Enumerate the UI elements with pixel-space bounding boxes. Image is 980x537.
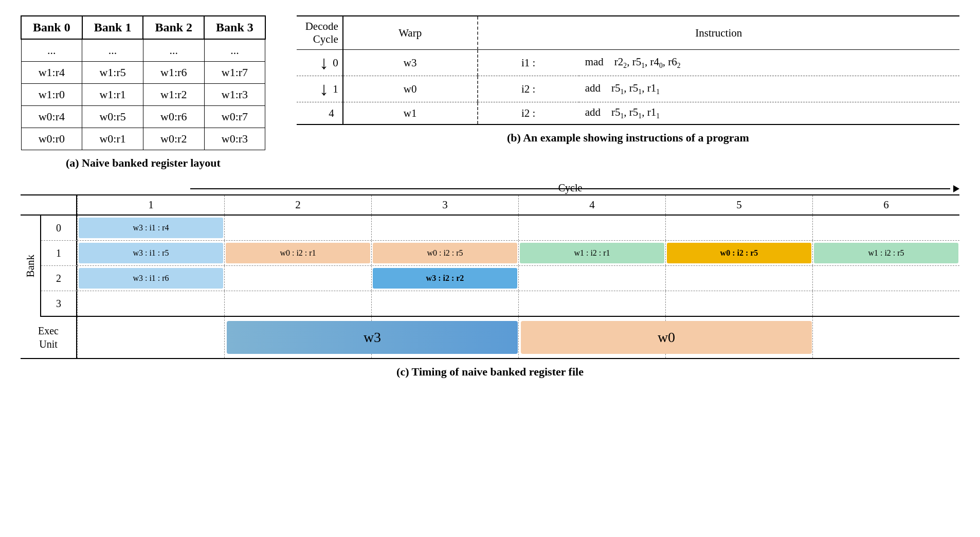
- cell: w0:r4: [21, 106, 82, 128]
- bank2-col1: w3 : i1 : r6: [77, 266, 224, 291]
- bank-rows: 0 w3 : i1 : r4 1: [41, 216, 959, 317]
- cell: w0:r2: [143, 128, 204, 150]
- bank0-header: Bank 0: [21, 16, 82, 39]
- cell: w0:r5: [82, 106, 143, 128]
- bank1-col2: w0 : i2 : r1: [224, 241, 371, 265]
- decode-table: DecodeCycle Warp Instruction ↓ 0: [297, 15, 959, 125]
- bank2-col3: w3 : i2 : r2: [371, 266, 518, 291]
- decode-cycle-label: DecodeCycle: [297, 16, 343, 50]
- part-c: Cycle 1 2 3 4 5 6 Bank: [21, 185, 959, 379]
- table-row: ... ... ... ...: [21, 39, 265, 62]
- cell: w0:r3: [204, 128, 265, 150]
- table-row: w0:r0 w0:r1 w0:r2 w0:r3: [21, 128, 265, 150]
- bank0-col1: w3 : i1 : r4: [77, 216, 224, 240]
- cell: w1:r2: [143, 84, 204, 106]
- bank-label-3: 3: [41, 291, 77, 316]
- decode-row-0: ↓ 0 w3 i1 : mad r22, r51, r40, r62: [297, 50, 959, 76]
- header-spacer: [21, 195, 77, 214]
- bank-vertical-label: Bank: [21, 216, 41, 317]
- bank2-header: Bank 2: [143, 16, 204, 39]
- cycle-num-1: 1: [333, 83, 338, 96]
- bank1-col4: w1 : i2 : r1: [518, 241, 665, 265]
- decode-row-1: ↓ 1 w0 i2 : add r51, r51, r11: [297, 76, 959, 102]
- bank3-col6: [812, 291, 959, 316]
- cell: w1:r6: [143, 62, 204, 84]
- decode-header-row: DecodeCycle Warp Instruction: [297, 16, 959, 50]
- op-operands-4: add r51, r51, r11: [579, 102, 959, 125]
- bank-2-cells: w3 : i1 : r6 w3 : i2 : r2: [77, 266, 959, 291]
- bank-row-3: 3: [41, 291, 959, 317]
- bank0-col6: [812, 216, 959, 240]
- bank-0-cells: w3 : i1 : r4: [77, 216, 959, 240]
- bank0-col4: [518, 216, 665, 240]
- cycle-num-0: 0: [333, 57, 338, 69]
- table-row: w0:r4 w0:r5 w0:r6 w0:r7: [21, 106, 265, 128]
- cell: ...: [204, 39, 265, 62]
- cycle-6: 6: [812, 195, 959, 214]
- bank-header-row: Bank 0 Bank 1 Bank 2 Bank 3: [21, 16, 265, 39]
- cell: ...: [82, 39, 143, 62]
- cycle-2: 2: [224, 195, 371, 214]
- bank2-col6: [812, 266, 959, 291]
- inst-0: i1 :: [478, 50, 579, 76]
- bank1-col5-box: w0 : i2 : r5: [667, 243, 811, 263]
- cycle-numbers: 1 2 3 4 5 6: [77, 195, 959, 214]
- bank3-header: Bank 3: [204, 16, 265, 39]
- bank2-col5: [665, 266, 812, 291]
- cycle-3: 3: [371, 195, 518, 214]
- exec-w3-box: w3: [227, 321, 518, 354]
- cell: w0:r1: [82, 128, 143, 150]
- bank1-col1-box: w3 : i1 : r5: [79, 243, 223, 263]
- bank3-col1: [77, 291, 224, 316]
- exec-w0-box: w0: [521, 321, 812, 354]
- warp-4: w1: [343, 102, 478, 125]
- part-a: Bank 0 Bank 1 Bank 2 Bank 3 ... ... ... …: [21, 15, 266, 170]
- exec-unit-label: ExecUnit: [21, 317, 77, 358]
- bank3-col3: [371, 291, 518, 316]
- bank1-col3-box: w0 : i2 : r5: [373, 243, 517, 263]
- part-b: DecodeCycle Warp Instruction ↓ 0: [297, 15, 959, 170]
- inst-1: i2 :: [478, 76, 579, 102]
- bank3-col2: [224, 291, 371, 316]
- part-b-caption: (b) An example showing instructions of a…: [297, 131, 959, 145]
- exec-col6: [812, 317, 959, 358]
- bank-3-cells: [77, 291, 959, 316]
- cycle-num-4: 4: [329, 107, 338, 119]
- table-row: w1:r0 w1:r1 w1:r2 w1:r3: [21, 84, 265, 106]
- part-a-caption: (a) Naive banked register layout: [21, 156, 266, 170]
- top-section: Bank 0 Bank 1 Bank 2 Bank 3 ... ... ... …: [21, 15, 959, 170]
- table-row: w1:r4 w1:r5 w1:r6 w1:r7: [21, 62, 265, 84]
- exec-unit-row: ExecUnit w3 w0: [21, 317, 959, 359]
- cell: w1:r0: [21, 84, 82, 106]
- timing-diagram: 1 2 3 4 5 6 Bank 0: [21, 194, 959, 359]
- cycle-arrow: Cycle: [77, 185, 959, 192]
- cell: w1:r1: [82, 84, 143, 106]
- cycle-4: 4: [518, 195, 665, 214]
- bank-label-1: 1: [41, 241, 77, 265]
- bank0-col1-box: w3 : i1 : r4: [79, 218, 223, 238]
- bank1-col4-box: w1 : i2 : r1: [520, 243, 664, 263]
- bank1-col3: w0 : i2 : r5: [371, 241, 518, 265]
- part-c-caption: (c) Timing of naive banked register file: [21, 365, 959, 379]
- cell: w0:r7: [204, 106, 265, 128]
- warp-header: Warp: [343, 16, 478, 50]
- bank-row-0: 0 w3 : i1 : r4: [41, 216, 959, 241]
- cell: w1:r4: [21, 62, 82, 84]
- op-operands-0: mad r22, r51, r40, r62: [579, 50, 959, 76]
- cycle-5: 5: [665, 195, 812, 214]
- cycle-label: Cycle: [558, 182, 583, 194]
- bank2-col3-box: w3 : i2 : r2: [373, 268, 517, 289]
- bank3-col5: [665, 291, 812, 316]
- bank-label-2: 2: [41, 266, 77, 291]
- bank1-col2-box: w0 : i2 : r1: [226, 243, 370, 263]
- cell: w1:r5: [82, 62, 143, 84]
- bank0-col2: [224, 216, 371, 240]
- op-operands-1: add r51, r51, r11: [579, 76, 959, 102]
- cycle-1: 1: [77, 195, 224, 214]
- bank-label-0: 0: [41, 216, 77, 240]
- exec-cells: w3 w0: [77, 317, 959, 358]
- cell: ...: [21, 39, 82, 62]
- cycle-number-header: 1 2 3 4 5 6: [21, 194, 959, 216]
- cell: w1:r7: [204, 62, 265, 84]
- bank2-col1-box: w3 : i1 : r6: [79, 268, 223, 289]
